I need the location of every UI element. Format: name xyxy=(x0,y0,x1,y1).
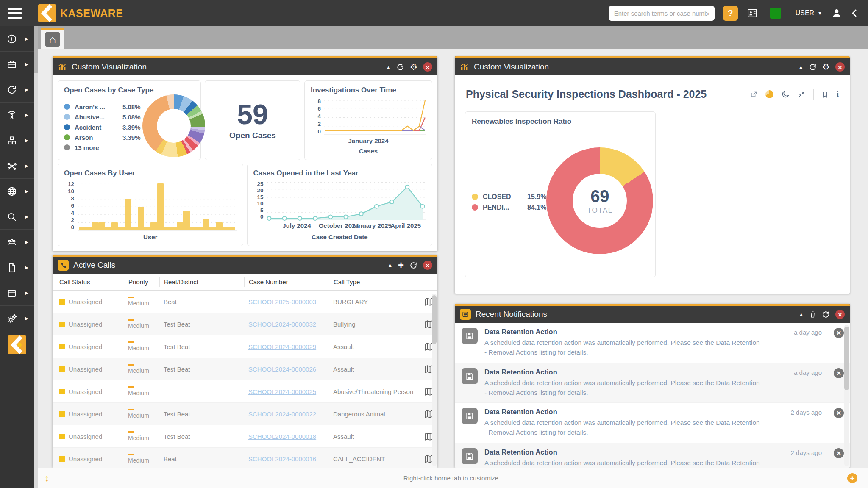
column-header-case-number[interactable]: Case Number xyxy=(244,277,333,287)
call-type-cell: Assault xyxy=(333,343,420,350)
close-icon[interactable]: × xyxy=(423,62,432,72)
priority-dash-icon xyxy=(128,364,134,366)
add-icon[interactable]: + xyxy=(398,260,404,270)
open-external-icon[interactable] xyxy=(750,90,758,98)
settings-gear-icon[interactable]: ⚙ xyxy=(410,62,417,72)
search-input[interactable] xyxy=(609,6,715,21)
case-number-link[interactable]: SCHOOL2024-0000018 xyxy=(248,433,316,440)
sidebar-item-sync[interactable]: ▶ xyxy=(0,77,34,103)
dark-mode-moon-icon[interactable] xyxy=(781,90,790,99)
notification-title[interactable]: Data Retention Action xyxy=(484,328,557,336)
sidebar-item-dispatch[interactable]: ▶ xyxy=(0,103,34,128)
case-number-link[interactable]: SCHOOL2024-0000026 xyxy=(248,366,316,373)
sidebar-item-people[interactable]: ▶ xyxy=(0,230,34,255)
bookmark-icon[interactable] xyxy=(821,90,829,99)
legend-item[interactable]: CLOSED15.9% xyxy=(472,193,546,201)
case-number-link[interactable]: SCHOOL2025-0000003 xyxy=(248,298,316,305)
case-number-link[interactable]: SCHOOL2024-0000029 xyxy=(248,343,316,350)
contact-card-icon[interactable] xyxy=(746,7,758,19)
column-header-beat-district[interactable]: Beat/District xyxy=(159,277,248,287)
dismiss-icon[interactable]: ✕ xyxy=(834,448,844,458)
sidebar-item-global[interactable]: ▶ xyxy=(0,179,34,204)
resize-vertical-icon[interactable]: ↕ xyxy=(45,473,49,484)
case-number-link[interactable]: SCHOOL2024-0000022 xyxy=(248,410,316,418)
sidebar-item-settings[interactable]: ▶ xyxy=(0,306,34,331)
user-profile-icon[interactable] xyxy=(831,7,843,19)
sidebar-kaseware-logo[interactable] xyxy=(0,336,34,354)
tab-home[interactable]: ⌂ xyxy=(41,28,64,49)
close-icon[interactable]: × xyxy=(835,310,845,319)
widget-header[interactable]: Custom Visualization ▲ ⚙ × xyxy=(455,56,850,75)
case-number-link[interactable]: SCHOOL2024-0000016 xyxy=(248,455,316,463)
collapse-icon[interactable]: ▲ xyxy=(798,64,803,69)
widget-header[interactable]: Custom Visualization ▲ ⚙ × xyxy=(53,56,437,75)
close-icon[interactable]: × xyxy=(835,62,845,72)
widget-header[interactable]: Recent Notifications ▲ × xyxy=(455,304,850,323)
legend-label: PENDI... xyxy=(483,204,523,211)
x-axis-tick: January 2024 xyxy=(311,137,426,144)
list-scrollbar[interactable] xyxy=(844,325,849,466)
page-scrollbar[interactable] xyxy=(34,26,38,488)
user-menu[interactable]: USER ▼ xyxy=(796,9,822,17)
notification-title[interactable]: Data Retention Action xyxy=(484,448,557,456)
column-header-priority[interactable]: Priority xyxy=(124,277,164,287)
expand-caret-icon: ▶ xyxy=(25,240,28,244)
hamburger-menu-icon[interactable] xyxy=(8,8,22,19)
widget-title: Custom Visualization xyxy=(72,62,147,72)
sidebar-item-assets[interactable]: ▶ xyxy=(0,128,34,153)
bar xyxy=(79,227,85,230)
collapse-icon[interactable]: ▲ xyxy=(388,263,392,268)
notification-title[interactable]: Data Retention Action xyxy=(484,368,557,376)
column-header-call-type[interactable]: Call Type xyxy=(329,277,420,287)
help-button[interactable]: ? xyxy=(723,6,738,21)
collapse-panel-icon[interactable] xyxy=(851,9,858,17)
collapse-icon[interactable]: ▲ xyxy=(799,312,804,317)
case-number-link[interactable]: SCHOOL2024-0000032 xyxy=(248,321,316,328)
legend-item[interactable]: Abusive...5.08% xyxy=(64,114,141,121)
tab-strip: ⌂ xyxy=(34,26,868,49)
sidebar-item-link-analysis[interactable]: ▶ xyxy=(0,153,34,179)
refresh-icon[interactable] xyxy=(396,63,404,71)
sidebar-item-panels[interactable]: ▶ xyxy=(0,280,34,306)
legend-label: 13 more xyxy=(75,144,119,151)
expand-caret-icon: ▶ xyxy=(25,214,28,219)
info-icon[interactable]: i xyxy=(837,90,839,99)
legend-item[interactable]: PENDI...84.1% xyxy=(472,204,546,211)
sidebar-item-cases[interactable]: ▶ xyxy=(0,52,34,77)
legend-item[interactable]: Arson3.39% xyxy=(64,134,141,141)
bar xyxy=(190,227,196,230)
legend-item[interactable]: Aaron's ...5.08% xyxy=(64,103,141,111)
brand-logo[interactable]: KASEWARE xyxy=(38,4,123,22)
dashboard-title: Physical Security Inspections Dashboard … xyxy=(466,88,750,100)
refresh-icon[interactable] xyxy=(409,261,417,269)
dismiss-icon[interactable]: ✕ xyxy=(834,328,844,338)
chart-title: Renewables Inspection Ratio xyxy=(472,117,649,126)
notification-title[interactable]: Data Retention Action xyxy=(484,408,557,416)
sidebar-item-add[interactable]: ▶ xyxy=(0,26,34,52)
active-call-row: UnassignedMediumBeatSCHOOL2025-0000003BU… xyxy=(53,291,437,313)
dismiss-icon[interactable]: ✕ xyxy=(834,368,844,378)
legend-item[interactable]: 13 more xyxy=(64,144,141,151)
add-widget-button[interactable]: + xyxy=(847,473,857,483)
collapse-icon[interactable]: ▲ xyxy=(386,64,391,69)
widget-header[interactable]: Active Calls ▲ + × xyxy=(53,255,437,274)
sidebar-item-search[interactable]: ▶ xyxy=(0,204,34,230)
bar xyxy=(203,219,209,230)
priority-dash-icon xyxy=(128,319,134,321)
refresh-icon[interactable] xyxy=(809,63,817,71)
trash-icon[interactable] xyxy=(809,311,816,319)
dismiss-icon[interactable]: ✕ xyxy=(834,408,844,418)
table-scrollbar[interactable] xyxy=(432,294,437,466)
pie-chart-icon[interactable] xyxy=(765,90,773,98)
column-header-call-status[interactable]: Call Status xyxy=(59,277,128,287)
legend-item[interactable]: Accident3.39% xyxy=(64,124,141,131)
settings-gear-icon[interactable]: ⚙ xyxy=(822,62,830,72)
collapse-size-icon[interactable] xyxy=(798,90,806,98)
case-number-link[interactable]: SCHOOL2024-0000025 xyxy=(248,388,316,395)
legend-value: 3.39% xyxy=(122,124,141,131)
call-status-cell: Unassigned xyxy=(59,298,128,305)
sidebar-item-documents[interactable]: ▶ xyxy=(0,255,34,280)
close-icon[interactable]: × xyxy=(423,261,432,270)
refresh-icon[interactable] xyxy=(822,311,830,319)
priority-dash-icon xyxy=(128,454,134,455)
